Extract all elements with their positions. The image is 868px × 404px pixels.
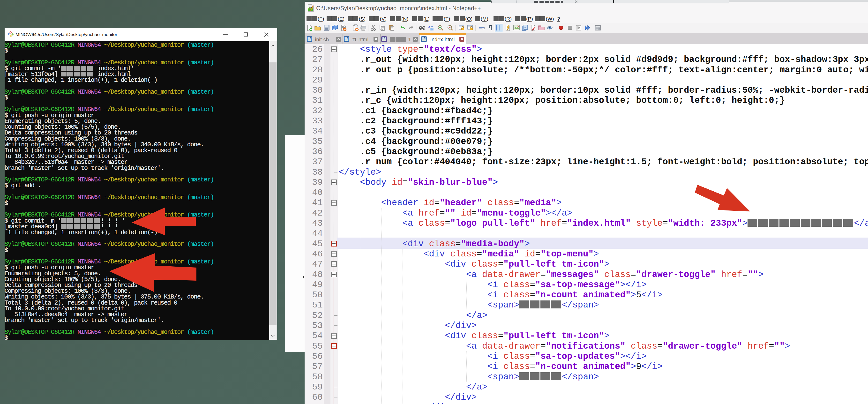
svg-text:a: a bbox=[428, 25, 430, 28]
